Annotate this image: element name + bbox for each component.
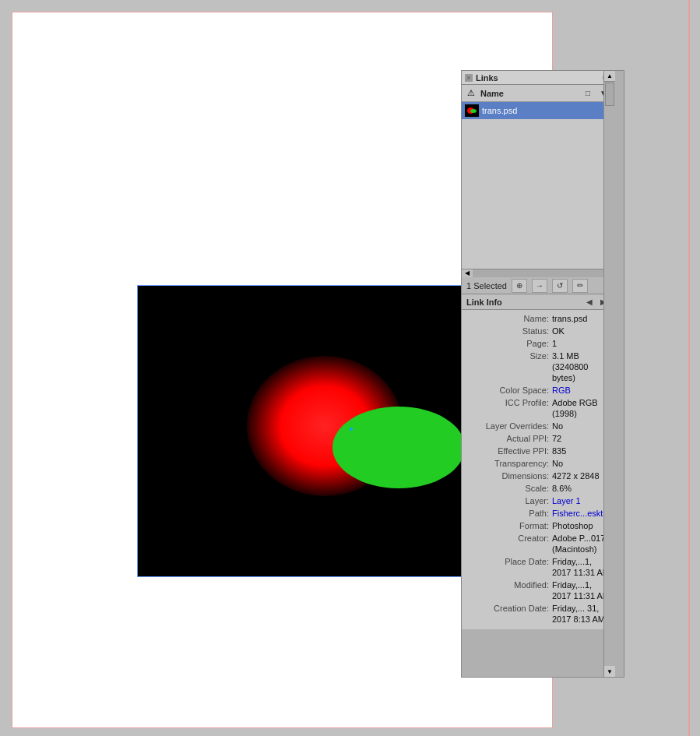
info-scale-row: Scale: 8.6% [466,483,610,494]
links-list: trans.psd 1 [462,102,614,269]
info-path-row: Path: Fisherc...esktop:trans.psd [466,508,610,519]
canvas-image [137,285,476,577]
status-value: OK [552,326,610,336]
dimensions-value: 4272 x 2848 [552,470,610,481]
icc-value: Adobe RGB (1998) [552,397,610,419]
scrollbar-thumb[interactable] [605,83,614,106]
layer-label: Layer: [466,495,552,506]
info-modified-row: Modified: Friday,...1, 2017 11:31 AM [466,579,610,601]
modified-label: Modified: [466,579,552,601]
link-info-header: Link Info ◀ ▶ [462,294,614,310]
update-link-button[interactable]: ↺ [552,279,568,293]
link-info-prev-button[interactable]: ◀ [583,296,596,308]
goto-link-button[interactable]: → [532,279,547,293]
link-info-content: Name: trans.psd Status: OK Page: 1 Size:… [462,310,614,629]
scale-value: 8.6% [552,483,610,494]
info-icc-row: ICC Profile: Adobe RGB (1998) [466,397,610,419]
info-actual-ppi-row: Actual PPI: 72 [466,433,610,444]
links-column-header: ⚠ Name □ ▼ [462,85,614,102]
dimensions-label: Dimensions: [466,470,552,481]
edit-original-button[interactable]: ✏ [572,279,588,293]
green-blob [332,407,465,488]
warning-icon: ⚠ [465,87,477,100]
links-panel: × Links ≡ ⚠ Name □ ▼ trans.psd 1 [461,70,624,678]
info-size-row: Size: 3.1 MB (3240800 bytes) [466,350,610,383]
page-value: 1 [552,338,610,349]
scrollbar-track[interactable] [473,269,603,277]
creator-value: Adobe P...017 (Macintosh) [552,533,610,555]
scroll-down-button[interactable]: ▼ [604,666,615,677]
info-place-date-row: Place Date: Friday,...1, 2017 11:31 AM [466,556,610,578]
blue-dot [350,428,353,431]
info-format-row: Format: Photoshop [466,520,610,531]
colorspace-value: RGB [552,385,610,396]
format-label: Format: [466,520,552,531]
size-label: Size: [466,350,552,383]
info-layer-overrides-row: Layer Overrides: No [466,421,610,431]
effective-ppi-label: Effective PPI: [466,445,552,456]
layer-value: Layer 1 [552,495,610,506]
links-toolbar: 1 Selected ⊕ → ↺ ✏ [462,277,614,294]
panel-close-button[interactable]: × [465,74,473,82]
link-info-title: Link Info [466,298,502,307]
modified-value: Friday,...1, 2017 11:31 AM [552,579,610,601]
scroll-up-button[interactable]: ▲ [604,71,615,82]
place-date-label: Place Date: [466,556,552,578]
format-value: Photoshop [552,520,610,531]
file-name: trans.psd [482,106,607,115]
scale-label: Scale: [466,483,552,494]
info-dimensions-row: Dimensions: 4272 x 2848 [466,470,610,481]
size-value: 3.1 MB (3240800 bytes) [552,350,610,383]
right-edge-bar [688,0,700,736]
icc-label: ICC Profile: [466,397,552,419]
info-page-row: Page: 1 [466,338,610,349]
page-label: Page: [466,338,552,349]
info-colorspace-row: Color Space: RGB [466,385,610,396]
info-effective-ppi-row: Effective PPI: 835 [466,445,610,456]
creation-date-label: Creation Date: [466,603,552,625]
info-creation-date-row: Creation Date: Friday,... 31, 2017 8:13 … [466,603,610,625]
info-transparency-row: Transparency: No [466,458,610,469]
actual-ppi-value: 72 [552,433,610,444]
transparency-label: Transparency: [466,458,552,469]
panel-titlebar: × Links ≡ [462,71,614,85]
name-column-header: Name [479,89,580,98]
info-name-row: Name: trans.psd [466,313,610,324]
transparency-value: No [552,458,610,469]
creator-label: Creator: [466,533,552,555]
layer-overrides-label: Layer Overrides: [466,421,552,431]
selected-count-label: 1 Selected [466,281,507,291]
panel-title: Links [476,73,498,83]
name-label: Name: [466,313,552,324]
file-thumbnail [465,104,479,117]
info-creator-row: Creator: Adobe P...017 (Macintosh) [466,533,610,555]
vertical-scrollbar[interactable]: ▲ ▼ [603,71,614,677]
horizontal-scrollbar[interactable]: ◀ ▶ [462,269,614,277]
colorspace-label: Color Space: [466,385,552,396]
scroll-left-button[interactable]: ◀ [462,269,473,277]
info-status-row: Status: OK [466,326,610,336]
path-label: Path: [466,508,552,519]
creation-date-value: Friday,... 31, 2017 8:13 AM [552,603,610,625]
actual-ppi-label: Actual PPI: [466,433,552,444]
place-date-value: Friday,...1, 2017 11:31 AM [552,556,610,578]
page-icon-button[interactable]: □ [580,86,596,100]
info-layer-row: Layer: Layer 1 [466,495,610,506]
links-row[interactable]: trans.psd 1 [462,102,614,119]
status-label: Status: [466,326,552,336]
effective-ppi-value: 835 [552,445,610,456]
layer-overrides-value: No [552,421,610,431]
relink-button[interactable]: ⊕ [512,279,527,293]
name-value: trans.psd [552,313,610,324]
